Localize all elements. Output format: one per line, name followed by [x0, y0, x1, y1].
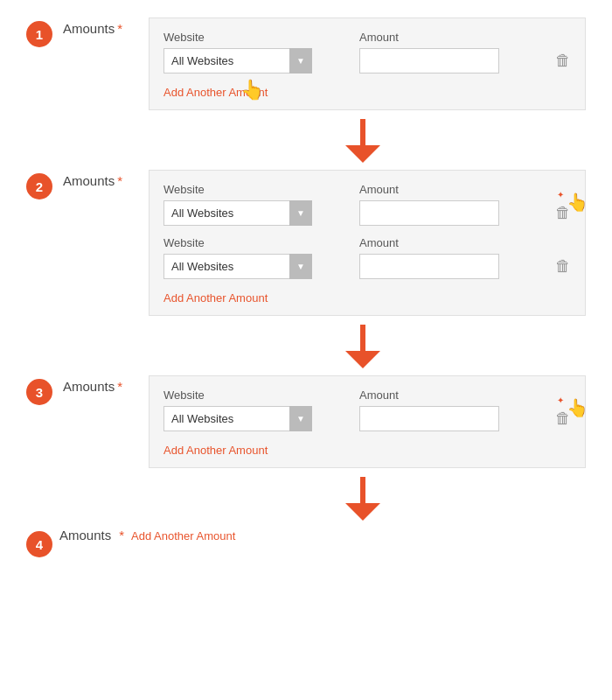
step-2-amount-label-0: Amount	[359, 183, 543, 196]
svg-marker-3	[345, 351, 380, 368]
step-2-website-select-1[interactable]: All Websites	[163, 254, 312, 279]
step-2-amount-group-1: Amount	[359, 236, 543, 279]
step-1-label-text: Amounts	[63, 21, 115, 36]
step-4-inline: Amounts * Add Another Amount	[59, 528, 235, 542]
arrow-1	[140, 119, 586, 163]
step-2-website-group-1: Website All Websites	[163, 236, 347, 279]
step-2-delete-button-0[interactable]: 🗑	[555, 204, 571, 222]
step-2-trash-icon-1: 🗑	[555, 257, 571, 275]
step-2-website-label-0: Website	[163, 183, 347, 196]
step-4-section: 4 Amounts * Add Another Amount	[26, 528, 586, 557]
required-star-3: *	[117, 379, 122, 394]
step-2-amount-group-0: Amount	[359, 183, 543, 226]
step-2-row-0: Website All Websites Amount 🗑 👆 ✦	[163, 183, 571, 226]
arrow-3	[140, 477, 586, 521]
step-4-label-text: Amounts	[59, 528, 111, 542]
step-3-delete-button[interactable]: 🗑	[555, 410, 571, 428]
step-4-badge: 4	[26, 531, 52, 557]
step-2-amounts-box: Website All Websites Amount 🗑 👆 ✦	[149, 170, 586, 316]
step-2-delete-button-1[interactable]: 🗑	[555, 257, 571, 276]
step-2-add-another-link[interactable]: Add Another Amount	[163, 291, 268, 304]
step-2-website-group-0: Website All Websites	[163, 183, 347, 226]
step-2-amount-input-0[interactable]	[359, 200, 499, 226]
step-3-amount-label: Amount	[359, 388, 543, 402]
step-3-add-another-link[interactable]: Add Another Amount	[163, 444, 268, 457]
step-3-website-select-wrap[interactable]: All Websites	[163, 406, 312, 431]
required-star-2: *	[117, 173, 122, 188]
step-1-website-group: Website All Websites	[163, 31, 347, 74]
step-1-amount-group: Amount	[359, 31, 543, 74]
step-2-website-select-0[interactable]: All Websites	[163, 200, 312, 226]
step-2-delete-wrap-0: 🗑 👆 ✦	[555, 183, 571, 222]
step-3-badge: 3	[26, 379, 52, 405]
step-2-website-select-wrap-1[interactable]: All Websites	[163, 254, 312, 279]
down-arrow-2-svg	[345, 325, 380, 368]
step-2-label: Amounts *	[63, 173, 142, 188]
step-3-label: Amounts *	[63, 379, 142, 394]
star-burst-2: ✦	[557, 190, 564, 200]
step-1-delete-button[interactable]: 🗑	[555, 52, 571, 70]
step-1-website-select[interactable]: All Websites	[163, 48, 312, 74]
svg-marker-5	[345, 503, 380, 521]
step-3-amounts-box: Website All Websites Amount 🗑 👆 ✦	[149, 375, 586, 468]
step-2-section: 2 Amounts * Website All Websites Amount	[26, 170, 586, 316]
required-star-4: *	[119, 528, 124, 542]
step-2-website-label-1: Website	[163, 236, 347, 249]
step-2-badge: 2	[26, 173, 52, 200]
step-1-add-another-link[interactable]: Add Another Amount	[163, 86, 268, 99]
arrow-2	[140, 325, 586, 368]
step-2-amount-label-1: Amount	[359, 236, 543, 249]
step-2-label-text: Amounts	[63, 173, 115, 188]
step-1-website-select-wrap[interactable]: All Websites	[163, 48, 312, 74]
step-2-row-1: Website All Websites Amount 🗑	[163, 236, 571, 279]
down-arrow-1-svg	[345, 119, 380, 163]
step-3-delete-wrap: 🗑 👆 ✦	[555, 388, 571, 428]
down-arrow-3-svg	[345, 477, 380, 521]
step-1-add-area: Add Another Amount 👆	[163, 84, 268, 99]
step-3-amount-group: Amount	[359, 388, 543, 431]
step-3-website-label: Website	[163, 388, 347, 402]
step-1-label: Amounts *	[63, 21, 142, 36]
step-1-section: 1 Amounts * Website All Websites Amount …	[26, 18, 586, 110]
step-3-website-select[interactable]: All Websites	[163, 406, 312, 431]
step-3-amount-input[interactable]	[359, 406, 499, 431]
step-3-row-0: Website All Websites Amount 🗑 👆 ✦	[163, 388, 571, 431]
star-burst-3: ✦	[557, 396, 564, 405]
step-2-website-select-wrap-0[interactable]: All Websites	[163, 200, 312, 226]
step-1-amounts-box: Website All Websites Amount 🗑 Add Anothe…	[149, 18, 586, 110]
step-3-trash-icon: 🗑	[555, 410, 571, 427]
step-3-label-text: Amounts	[63, 379, 115, 394]
step-1-row-0: Website All Websites Amount 🗑	[163, 31, 571, 74]
required-star-1: *	[117, 21, 122, 36]
step-1-amount-label: Amount	[359, 31, 543, 44]
step-1-amount-input[interactable]	[359, 48, 499, 74]
step-2-amount-input-1[interactable]	[359, 254, 499, 279]
step-1-website-label: Website	[163, 31, 347, 44]
svg-marker-1	[345, 145, 380, 163]
step-2-trash-icon-0: 🗑	[555, 204, 571, 221]
step-1-trash-icon: 🗑	[555, 52, 571, 69]
step-1-badge: 1	[26, 21, 52, 47]
step-3-website-group: Website All Websites	[163, 388, 347, 431]
step-4-add-another-link[interactable]: Add Another Amount	[131, 529, 235, 542]
step-3-section: 3 Amounts * Website All Websites Amount	[26, 375, 586, 468]
